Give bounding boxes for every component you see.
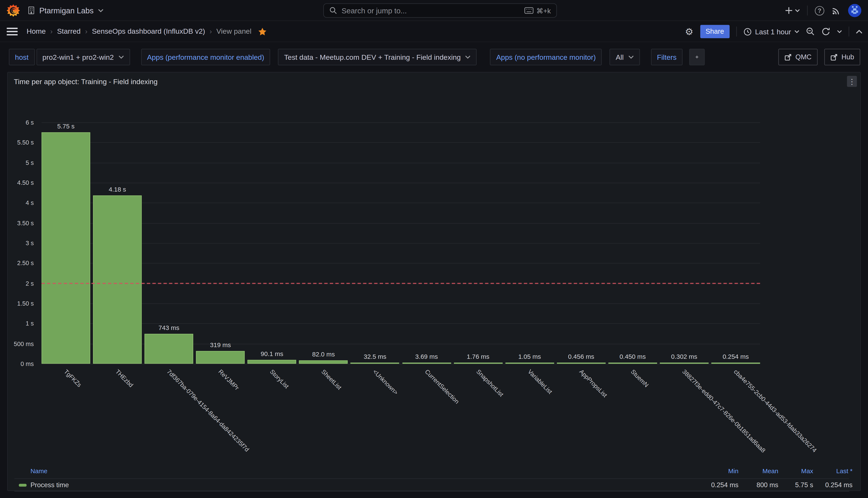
- bar-5[interactable]: [248, 360, 296, 364]
- breadcrumb-view-panel: View panel: [216, 27, 251, 35]
- threshold-line: [41, 283, 760, 284]
- x-axis-tick-label: ReVJMPr: [218, 368, 240, 391]
- filters-label[interactable]: Filters: [651, 49, 683, 65]
- legend-divider: [14, 491, 849, 492]
- host-value-label: pro2-win1 + pro2-win2: [42, 53, 114, 61]
- y-axis-tick-label: 500 ms: [8, 340, 34, 348]
- gridline: [41, 303, 760, 304]
- keyboard-icon: [524, 7, 534, 14]
- chevron-down-icon: [628, 55, 634, 59]
- gridline: [41, 162, 760, 163]
- bar-4[interactable]: [196, 351, 245, 364]
- bar-1[interactable]: [41, 132, 90, 364]
- grafana-app: Ptarmigan Labs Search or jump to...: [0, 0, 868, 498]
- refresh-interval-dropdown[interactable]: [837, 30, 842, 33]
- dashboard-toolbar: Home › Starred › SenseOps dashboard (Inf…: [0, 21, 868, 42]
- breadcrumb-starred[interactable]: Starred: [57, 27, 80, 35]
- bar-value-label: 4.18 s: [92, 186, 142, 193]
- new-menu-button[interactable]: [785, 6, 800, 14]
- top-nav-bar: Ptarmigan Labs Search or jump to...: [0, 0, 868, 21]
- variables-bar: host pro2-win1 + pro2-win2 Apps (perform…: [0, 42, 868, 72]
- bar-9[interactable]: [454, 363, 502, 364]
- help-icon: ?: [815, 6, 824, 15]
- dashboard-settings-button[interactable]: ⚙: [685, 27, 693, 36]
- all-dropdown[interactable]: All: [610, 49, 640, 65]
- chevron-up-icon: [856, 30, 863, 34]
- breadcrumb: Home › Starred › SenseOps dashboard (Inf…: [26, 27, 267, 36]
- bar-12[interactable]: [608, 363, 657, 364]
- x-axis-tick-label: VariableList: [527, 368, 553, 395]
- bar-13[interactable]: [660, 363, 709, 364]
- apps-no-perf-monitor-link[interactable]: Apps (no performance monitor): [490, 49, 602, 65]
- y-axis-tick-label: 1.50 s: [8, 299, 34, 307]
- gridline: [41, 364, 760, 364]
- org-switcher[interactable]: Ptarmigan Labs: [28, 6, 104, 15]
- y-axis-tick-label: 4.50 s: [8, 179, 34, 187]
- bar-8[interactable]: [402, 363, 451, 364]
- add-filter-button[interactable]: [689, 49, 705, 65]
- search-input[interactable]: Search or jump to... ⌘+k: [324, 3, 557, 18]
- collapse-controls-button[interactable]: [856, 30, 863, 34]
- user-avatar[interactable]: [848, 4, 862, 17]
- time-range-picker[interactable]: Last 1 hour: [744, 27, 799, 36]
- gridline: [41, 183, 760, 183]
- legend-header-name[interactable]: Name: [30, 468, 48, 474]
- x-axis-tick-label: SnapshotList: [475, 368, 505, 398]
- bar-value-label: 82.0 ms: [299, 351, 348, 357]
- bar-3[interactable]: [145, 334, 193, 364]
- help-button[interactable]: ?: [815, 6, 824, 15]
- bar-value-label: 0.450 ms: [608, 353, 658, 360]
- bar-10[interactable]: [505, 363, 554, 364]
- zoom-out-icon: [806, 27, 815, 36]
- external-link-icon: [784, 53, 791, 61]
- plus-icon: [695, 54, 699, 60]
- y-axis-tick-label: 0 ms: [8, 360, 34, 368]
- bar-14[interactable]: [711, 363, 760, 364]
- refresh-button[interactable]: [821, 27, 830, 36]
- divider: [849, 26, 849, 37]
- variable-host-value-dropdown[interactable]: pro2-win1 + pro2-win2: [36, 49, 130, 65]
- all-value-label: All: [616, 53, 624, 61]
- variable-host-label[interactable]: host: [9, 49, 35, 65]
- bar-11[interactable]: [557, 363, 605, 364]
- x-axis-tick-label: StoryList: [269, 368, 290, 390]
- hub-label: Hub: [842, 53, 854, 61]
- hamburger-icon: [6, 27, 17, 35]
- unstar-dashboard-button[interactable]: [258, 27, 267, 36]
- mega-menu-toggle[interactable]: [6, 27, 17, 35]
- chevron-down-icon: [794, 30, 800, 33]
- y-axis-tick-label: 4 s: [8, 199, 34, 207]
- refresh-icon: [821, 27, 830, 36]
- series-color-swatch[interactable]: [19, 484, 27, 487]
- x-axis-tick-label: CurrentSelection: [423, 368, 460, 405]
- bar-value-label: 3.69 ms: [402, 353, 451, 360]
- y-axis-tick-label: 5.50 s: [8, 139, 34, 146]
- bar-value-label: 5.75 s: [41, 123, 91, 130]
- share-button[interactable]: Share: [700, 25, 729, 38]
- gridline: [41, 203, 760, 204]
- hub-link-button[interactable]: Hub: [824, 49, 860, 65]
- star-icon: [258, 27, 267, 36]
- news-feed-button[interactable]: [831, 6, 841, 15]
- bar-value-label: 319 ms: [196, 341, 246, 348]
- bar-value-label: 0.302 ms: [659, 353, 709, 360]
- legend-header-last[interactable]: Last *: [799, 468, 852, 474]
- bar-6[interactable]: [299, 361, 348, 364]
- rss-icon: [831, 6, 841, 15]
- grafana-logo-icon[interactable]: [6, 4, 20, 17]
- breadcrumb-dashboard[interactable]: SenseOps dashboard (InfluxDB v2): [92, 27, 205, 35]
- zoom-out-time-button[interactable]: [806, 27, 815, 36]
- breadcrumb-separator: ›: [210, 27, 212, 35]
- y-axis-tick-label: 3.50 s: [8, 219, 34, 227]
- y-axis-tick-label: 5 s: [8, 159, 34, 167]
- chevron-down-icon: [795, 9, 800, 12]
- apps-perf-monitor-link[interactable]: Apps (performance monitor enabled): [141, 49, 271, 65]
- bar-2[interactable]: [93, 196, 142, 364]
- bar-7[interactable]: [351, 362, 399, 364]
- app-selector-dropdown[interactable]: Test data - Meetup.com DEV + Training - …: [278, 49, 477, 65]
- qmc-link-button[interactable]: QMC: [778, 49, 818, 65]
- legend-series-name[interactable]: Process time: [30, 481, 69, 489]
- time-range-label: Last 1 hour: [755, 27, 791, 36]
- x-axis-tick-label: <Unknown>: [372, 368, 400, 396]
- breadcrumb-home[interactable]: Home: [26, 27, 46, 35]
